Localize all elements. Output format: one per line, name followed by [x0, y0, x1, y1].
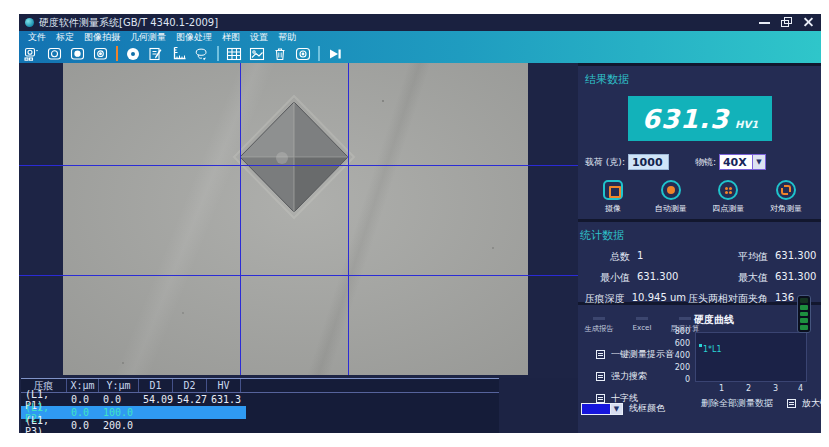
- menu-item-image-processing[interactable]: 图像处理: [171, 31, 217, 44]
- run-to-end-icon[interactable]: [327, 46, 343, 62]
- top-bars: 文件 标定 图像拍摄 几何测量 图像处理 样图 设置 帮助: [19, 31, 821, 63]
- button-icon: [636, 317, 648, 320]
- stat-label: 压痕深度: [578, 292, 625, 306]
- menu-item-file[interactable]: 文件: [23, 31, 51, 44]
- y-tick: 200: [664, 363, 690, 372]
- camera-settings-icon[interactable]: [93, 46, 109, 62]
- result-section: 结果数据 631.3 HV1 载荷 (克): 物镜: 40X ▼: [578, 66, 821, 219]
- toolbar-separator: [318, 46, 320, 61]
- specimen-image: [63, 63, 528, 375]
- cell-y: 100.0: [99, 407, 139, 418]
- right-panel: 结果数据 631.3 HV1 载荷 (克): 物镜: 40X ▼: [578, 63, 821, 433]
- checkbox-icon: [596, 350, 605, 359]
- app-window: 硬度软件测量系统[GB/T 4340.1-2009] 文件 标定 图像拍摄 几何…: [19, 14, 821, 433]
- close-icon[interactable]: [802, 17, 815, 28]
- excel-label: Excel: [627, 323, 658, 331]
- checkbox-icon: [596, 372, 605, 381]
- cell-hv: 631.3: [207, 394, 241, 405]
- measure-point-icon[interactable]: [125, 46, 141, 62]
- app-icon: [25, 18, 34, 27]
- image-icon[interactable]: [249, 46, 265, 62]
- menu-item-geometry-measure[interactable]: 几何测量: [125, 31, 171, 44]
- trash-icon[interactable]: [272, 46, 288, 62]
- objective-label: 物镜:: [695, 156, 716, 169]
- restore-icon[interactable]: [780, 17, 793, 28]
- y-tick: 800: [664, 327, 690, 336]
- cell-x: 0.0: [67, 407, 99, 418]
- result-section-title: 结果数据: [578, 66, 821, 87]
- camera-button[interactable]: 摄像: [585, 180, 641, 214]
- edit-report-icon[interactable]: [148, 46, 164, 62]
- capture-frame-icon[interactable]: [47, 46, 63, 62]
- load-input[interactable]: [628, 154, 669, 170]
- multi-capture-icon[interactable]: [24, 46, 40, 62]
- objective-select[interactable]: 40X ▼: [719, 154, 766, 170]
- beep-checkbox[interactable]: 一键测量提示音: [596, 349, 674, 360]
- lasso-select-icon[interactable]: [194, 46, 210, 62]
- delete-all-data-button[interactable]: 删除全部测量数据: [701, 397, 773, 410]
- excel-export-button[interactable]: Excel: [625, 317, 659, 334]
- x-tick: 2: [746, 384, 751, 393]
- button-icon: [593, 317, 605, 320]
- y-tick: 0: [664, 375, 690, 384]
- parameter-row: 载荷 (克): 物镜: 40X ▼: [578, 154, 821, 170]
- cell-d2: 54.27: [173, 394, 207, 405]
- image-viewport[interactable]: [19, 63, 578, 378]
- camera-icon: [603, 180, 623, 200]
- y-tick: 400: [664, 351, 690, 360]
- data-point-label: 1*L1: [703, 345, 722, 354]
- auto-measure-button[interactable]: 自动测量: [643, 180, 699, 214]
- stat-value: 631.300: [775, 271, 816, 285]
- stat-value: 631.300: [775, 250, 816, 264]
- generate-report-button[interactable]: 生成报告: [582, 317, 616, 334]
- diagonal-measure-icon: [776, 180, 796, 200]
- power-search-checkbox[interactable]: 强力搜索: [596, 371, 674, 382]
- level-segment: [800, 318, 808, 323]
- stat-value: 1: [637, 250, 643, 264]
- stat-label: 总数: [578, 250, 630, 264]
- menu-item-calibration[interactable]: 标定: [51, 31, 79, 44]
- x-tick: 1: [719, 384, 724, 393]
- four-point-measure-button[interactable]: 四点测量: [700, 180, 756, 214]
- hardness-unit: HV1: [735, 119, 758, 130]
- toolbar-separator: [217, 46, 219, 61]
- measure-actions: 摄像 自动测量 四点测量 对角测量: [578, 180, 821, 214]
- stat-label: 最大值: [686, 271, 768, 285]
- minimize-icon[interactable]: [758, 17, 771, 28]
- chevron-down-icon[interactable]: ▼: [752, 155, 765, 169]
- four-point-icon: [718, 180, 738, 200]
- measure-line-horizontal-top: [19, 165, 578, 166]
- table-row[interactable]: (L1, P3) 0.0 200.0: [21, 419, 499, 432]
- window-controls: [758, 17, 815, 28]
- level-segment: [800, 298, 808, 303]
- snapshot-icon[interactable]: [295, 46, 311, 62]
- four-point-label: 四点测量: [712, 203, 744, 214]
- measure-line-horizontal-bottom: [19, 275, 578, 276]
- table-row[interactable]: (L1, P1) 0.0 0.0 54.09 54.27 631.3: [21, 393, 499, 406]
- measurement-table: 压痕 X:μm Y:μm D1 D2 HV (L1, P1) 0.0 0.0 5…: [21, 378, 499, 433]
- menu-item-settings[interactable]: 设置: [245, 31, 273, 44]
- x-tick: 3: [773, 384, 778, 393]
- magnifier-label: 放大镜: [802, 397, 821, 410]
- objective-value: 40X: [720, 155, 752, 169]
- desktop: 硬度软件测量系统[GB/T 4340.1-2009] 文件 标定 图像拍摄 几何…: [0, 0, 829, 447]
- cell-d1: 54.09: [139, 394, 173, 405]
- cell-indent: (L1, P3): [21, 415, 67, 434]
- stat-value: 136: [775, 292, 794, 306]
- menu-item-sample-image[interactable]: 样图: [217, 31, 245, 44]
- table-header-row: 压痕 X:μm Y:μm D1 D2 HV: [21, 379, 499, 393]
- menu-item-image-capture[interactable]: 图像拍摄: [79, 31, 125, 44]
- data-grid-icon[interactable]: [226, 46, 242, 62]
- level-segment: [800, 305, 808, 310]
- stat-value: 10.945 um: [632, 292, 686, 306]
- record-icon[interactable]: [70, 46, 86, 62]
- magnifier-checkbox[interactable]: 放大镜: [787, 397, 821, 410]
- diagonal-measure-button[interactable]: 对角测量: [758, 180, 814, 214]
- section-bottom-row: 删除全部测量数据 放大镜: [578, 397, 821, 410]
- menu-item-help[interactable]: 帮助: [273, 31, 301, 44]
- y-tick: 600: [664, 339, 690, 348]
- toolbar: [19, 44, 821, 63]
- ruler-icon[interactable]: [171, 46, 187, 62]
- table-row-selected[interactable]: (L1, P2) 0.0 100.0: [21, 406, 499, 419]
- auto-measure-icon: [661, 180, 681, 200]
